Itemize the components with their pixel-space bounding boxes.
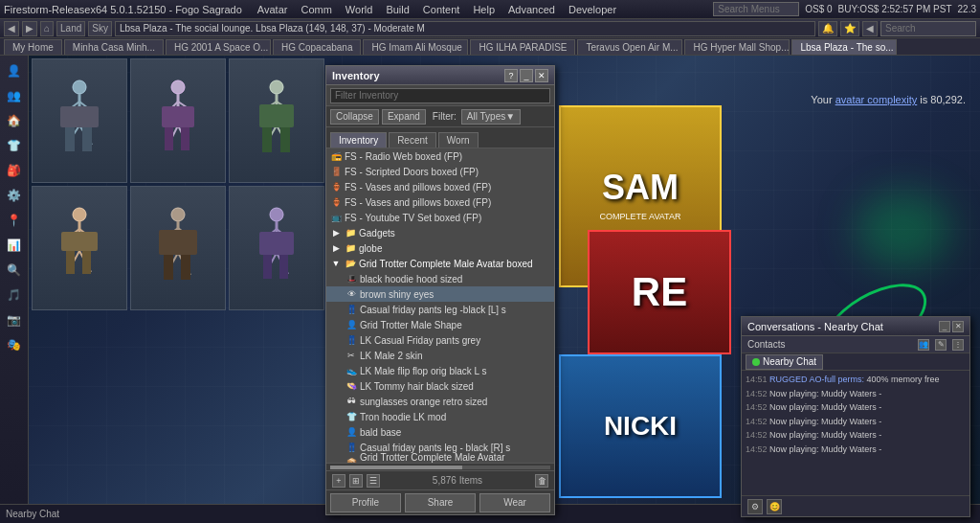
tab-ilha-paradise[interactable]: HG ILHA PARADISE	[470, 39, 575, 55]
msg-time: 14:52	[746, 444, 768, 454]
sidebar-icon-inventory[interactable]: 🎒	[3, 159, 26, 182]
filter-type-arrow: ▼	[505, 111, 515, 122]
conversations-minimize-button[interactable]: _	[939, 321, 950, 332]
land-button[interactable]: Land	[56, 21, 85, 36]
sidebar-icon-search[interactable]: 🔍	[3, 259, 26, 282]
bookmark-button[interactable]: ⭐	[840, 21, 859, 36]
list-item[interactable]: 👁 brown shiny eyes	[326, 286, 554, 302]
inventory-tab-inventory[interactable]: Inventory	[330, 132, 387, 148]
tab-copacabana[interactable]: HG Copacabana	[273, 39, 362, 55]
conversations-contacts-btn2[interactable]: ✎	[935, 339, 947, 351]
inventory-scrollbar-track[interactable]	[330, 466, 550, 469]
sidebar-icon-build[interactable]: 🎭	[3, 333, 26, 356]
inventory-tab-recent[interactable]: Recent	[389, 132, 436, 148]
conversations-contacts-btn3[interactable]: ⋮	[952, 339, 964, 351]
list-item[interactable]: ✂ LK Male 2 skin	[326, 348, 554, 363]
sidebar-icon-stats[interactable]: 📊	[3, 234, 26, 257]
conversations-close-button[interactable]: ✕	[952, 321, 964, 332]
complexity-link[interactable]: avatar complexity	[835, 94, 918, 105]
list-item[interactable]: 🕶 sunglasses orange retro sized	[326, 394, 554, 409]
inventory-content[interactable]: 📻 FS - Radio Web boxed (FP) 🚪 FS - Scrip…	[326, 148, 554, 463]
inventory-filter-input[interactable]	[330, 88, 550, 103]
inventory-list-button[interactable]: ☰	[367, 474, 380, 488]
list-item[interactable]: 👒 LK Tommy hair black sized	[326, 378, 554, 394]
menu-search-input[interactable]	[713, 2, 799, 16]
forward-button[interactable]: ▶	[22, 21, 37, 36]
inventory-scrollbar-thumb[interactable]	[330, 466, 462, 469]
list-item[interactable]: 👤 bald base	[326, 424, 554, 440]
menu-world[interactable]: World	[340, 3, 379, 16]
svg-point-27	[73, 208, 86, 221]
inventory-help-button[interactable]: ?	[504, 69, 518, 82]
sidebar-icon-settings[interactable]: ⚙️	[3, 184, 26, 207]
back-button[interactable]: ◀	[4, 21, 19, 36]
list-item[interactable]: ▼ 📂 Grid Trotter Complete Male Avatar bo…	[326, 256, 554, 271]
item-icon: 👤	[345, 319, 357, 330]
inventory-profile-button[interactable]: Profile	[330, 493, 401, 512]
item-label: Tron hoodie LK mod	[360, 412, 446, 422]
inventory-grid-button[interactable]: ⊞	[349, 474, 363, 488]
list-item[interactable]: 🎩 black hoodie hood sized	[326, 271, 554, 286]
tab-teravus[interactable]: Teravus Open Air M...	[577, 39, 682, 55]
inventory-wear-button[interactable]: Wear	[479, 493, 550, 512]
svg-rect-8	[82, 127, 92, 151]
inventory-close-button[interactable]: ✕	[535, 69, 548, 82]
search-input[interactable]	[880, 21, 976, 36]
inventory-share-button[interactable]: Share	[405, 493, 476, 512]
sidebar-icon-home[interactable]: 🏠	[3, 109, 26, 132]
list-item[interactable]: 🏺 FS - Vases and pillows boxed (FP)	[326, 194, 554, 210]
tab-lbsa-plaza[interactable]: Lbsa Plaza - The so...	[791, 39, 897, 55]
inventory-tab-worn[interactable]: Worn	[438, 132, 479, 148]
sidebar-icon-people[interactable]: 👥	[3, 84, 26, 107]
conversations-tab-nearby[interactable]: Nearby Chat	[746, 354, 823, 370]
notification-button[interactable]: 🔔	[818, 21, 837, 36]
menu-advanced[interactable]: Advanced	[502, 3, 561, 16]
menu-comm[interactable]: Comm	[295, 3, 337, 16]
conv-emoji-button[interactable]: 😊	[767, 499, 782, 514]
sidebar-icon-map[interactable]: 📍	[3, 209, 26, 232]
inventory-trash-button[interactable]: 🗑	[535, 474, 548, 488]
home-button[interactable]: ⌂	[40, 21, 54, 36]
toggle-button[interactable]: ◀	[862, 21, 878, 36]
item-icon: 🏺	[330, 181, 342, 193]
sidebar-icon-avatar[interactable]: 👤	[3, 59, 26, 82]
list-item[interactable]: ▶ 📁 globe	[326, 240, 554, 256]
sidebar-icon-media[interactable]: 🎵	[3, 284, 26, 307]
inventory-expand-button[interactable]: Expand	[382, 109, 426, 125]
conv-message-2: 14:52 Now playing: Muddy Waters -	[746, 387, 966, 401]
item-icon: 👒	[345, 380, 357, 392]
list-item[interactable]: 👟 LK Male flip flop orig black L s	[326, 363, 554, 378]
list-item[interactable]: ▶ 📁 Gadgets	[326, 225, 554, 240]
list-item[interactable]: 👕 Tron hoodie LK mod	[326, 409, 554, 424]
inventory-minimize-button[interactable]: _	[520, 69, 533, 82]
sidebar-icon-clothing[interactable]: 👕	[3, 134, 26, 157]
item-icon: 🎩	[345, 273, 357, 284]
tab-minha-casa[interactable]: Minha Casa Minh...	[64, 39, 164, 55]
menu-build[interactable]: Build	[380, 3, 414, 16]
menu-avatar[interactable]: Avatar	[252, 3, 294, 16]
inventory-add-button[interactable]: +	[332, 474, 345, 488]
tab-imam-ali[interactable]: HG Imam Ali Mosque	[363, 39, 468, 55]
list-item[interactable]: 🏺 FS - Vases and pillows boxed (FP)	[326, 179, 554, 194]
list-item[interactable]: 🚪 FS - Scripted Doors boxed (FP)	[326, 164, 554, 179]
tab-hg-2001[interactable]: HG 2001 A Space O...	[166, 39, 271, 55]
address-bar[interactable]	[115, 21, 815, 36]
conversations-contacts-btn1[interactable]: 👥	[918, 339, 929, 351]
list-item[interactable]: 📻 FS - Radio Web boxed (FP)	[326, 148, 554, 164]
list-item[interactable]: 👤 Grid Trotter Male Shape	[326, 317, 554, 332]
list-item[interactable]: 📺 FS - Youtube TV Set boxed (FP)	[326, 210, 554, 225]
list-item[interactable]: 👖 LK Casual Friday pants grey	[326, 332, 554, 348]
sky-button[interactable]: Sky	[88, 21, 112, 36]
menu-help[interactable]: Help	[467, 3, 501, 16]
menu-content[interactable]: Content	[417, 3, 466, 16]
conv-settings-button[interactable]: ⚙	[747, 499, 763, 514]
inventory-filter-type[interactable]: All Types ▼	[461, 109, 521, 125]
menu-developer[interactable]: Developer	[563, 3, 622, 16]
list-item[interactable]: 👖 Casual friday pants leg -black [L] s	[326, 302, 554, 317]
tab-my-home[interactable]: My Home	[4, 39, 62, 55]
inventory-collapse-button[interactable]: Collapse	[330, 109, 379, 125]
tab-hyper-mall[interactable]: HG Hyper Mall Shop...	[684, 39, 790, 55]
sidebar-icon-snapshot[interactable]: 📷	[3, 308, 26, 331]
list-item[interactable]: 📦 Grid Trotter Complete Male Avatar Attr…	[326, 455, 554, 463]
item-label: Casual friday pants leg - black [R] s	[360, 443, 510, 453]
